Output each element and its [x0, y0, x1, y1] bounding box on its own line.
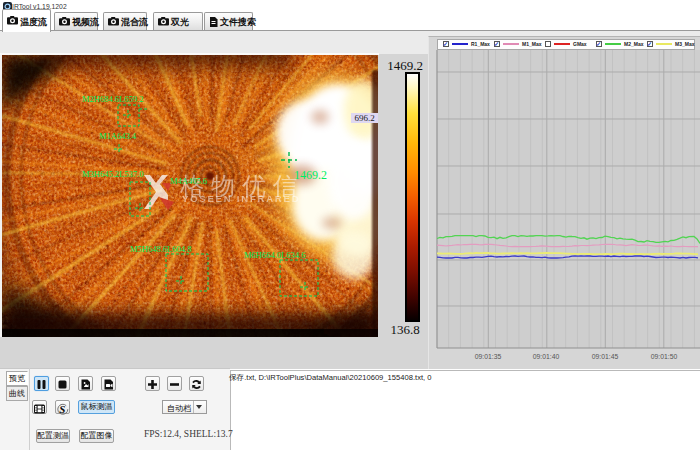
svg-text:S: S [59, 403, 65, 415]
